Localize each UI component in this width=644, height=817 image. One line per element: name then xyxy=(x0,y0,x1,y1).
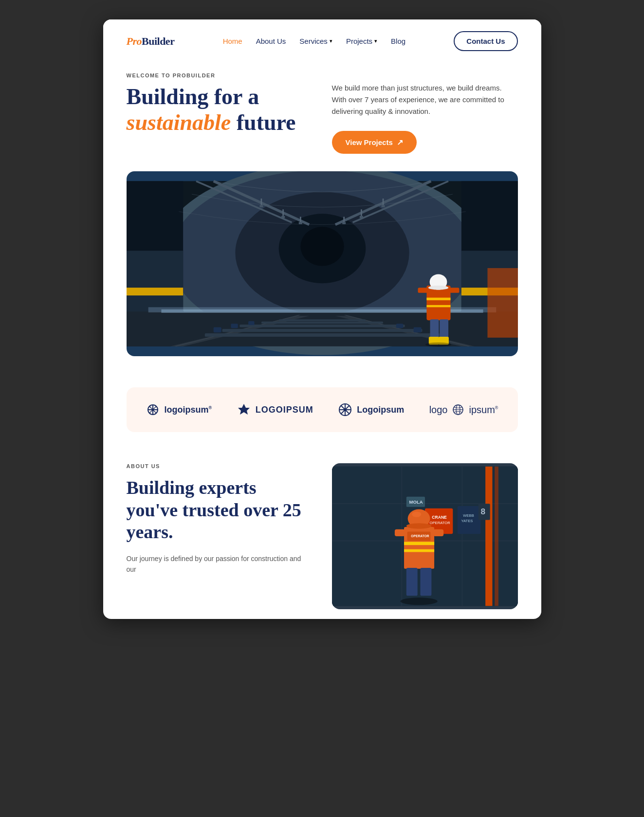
svg-text:OPERATOR: OPERATOR xyxy=(411,534,429,538)
svg-rect-49 xyxy=(440,319,448,339)
svg-rect-83 xyxy=(485,467,492,606)
view-projects-label: View Projects xyxy=(346,138,393,146)
nav-item-home[interactable]: Home xyxy=(223,37,242,46)
svg-rect-90 xyxy=(394,529,405,536)
svg-rect-29 xyxy=(204,333,439,337)
logo-3-text: Logoipsum xyxy=(357,405,404,415)
view-projects-button[interactable]: View Projects ↗ xyxy=(332,131,417,154)
about-left: ABOUT US Building experts you've trusted… xyxy=(127,463,313,575)
svg-rect-53 xyxy=(487,268,518,338)
svg-rect-97 xyxy=(420,568,431,596)
svg-rect-38 xyxy=(413,327,421,332)
svg-rect-43 xyxy=(426,305,450,307)
svg-rect-84 xyxy=(495,467,498,606)
logo-item-4: logo ipsum® xyxy=(429,404,498,416)
svg-rect-86 xyxy=(404,542,434,545)
svg-rect-44 xyxy=(418,288,427,293)
svg-rect-48 xyxy=(430,319,439,339)
nav-item-about[interactable]: About Us xyxy=(256,37,286,46)
svg-rect-17 xyxy=(381,205,385,207)
page-wrapper: ProBuilder Home About Us Services ▾ Proj… xyxy=(103,19,541,619)
svg-point-5 xyxy=(300,227,344,266)
svg-rect-42 xyxy=(426,298,450,300)
navbar: ProBuilder Home About Us Services ▾ Proj… xyxy=(103,19,541,63)
logos-strip: logoipsum® LOGOIPSUM Logoipsum logo xyxy=(127,387,518,432)
logo-item-1: logoipsum® xyxy=(146,403,212,417)
nav-link-home[interactable]: Home xyxy=(223,37,242,45)
contact-button[interactable]: Contact Us xyxy=(454,31,517,51)
logo-item-3: Logoipsum xyxy=(338,403,404,417)
about-title: Building experts you've trusted over 25 … xyxy=(127,477,313,544)
logo-4-word: logo xyxy=(429,404,448,416)
about-section: ABOUT US Building experts you've trusted… xyxy=(103,444,541,619)
nav-dropdown-projects[interactable]: Projects ▾ xyxy=(346,37,377,45)
nav-item-blog[interactable]: Blog xyxy=(391,37,405,46)
svg-rect-41 xyxy=(426,286,450,320)
hero-description: We build more than just structures, we b… xyxy=(332,82,518,117)
nav-link-services[interactable]: Services xyxy=(299,37,328,45)
svg-text:MOLA: MOLA xyxy=(409,499,423,505)
svg-point-94 xyxy=(406,523,431,528)
svg-rect-34 xyxy=(213,327,221,332)
svg-point-52 xyxy=(425,343,451,347)
about-image: CRANE OPERATOR WEBB YATES OPERATOR xyxy=(332,463,518,609)
svg-rect-45 xyxy=(449,288,459,293)
svg-rect-21 xyxy=(342,222,346,224)
svg-rect-31 xyxy=(239,325,405,327)
svg-marker-59 xyxy=(238,404,250,415)
logo-item-2: LOGOIPSUM xyxy=(237,403,313,417)
svg-text:CRANE: CRANE xyxy=(432,515,447,520)
svg-point-47 xyxy=(428,286,448,290)
nav-item-projects[interactable]: Projects ▾ xyxy=(346,37,377,45)
chevron-down-icon: ▾ xyxy=(374,38,377,44)
hero-right: We build more than just structures, we b… xyxy=(332,73,518,154)
svg-rect-15 xyxy=(298,222,302,224)
nav-dropdown-services[interactable]: Services ▾ xyxy=(299,37,332,45)
hero-title: Building for a sustainable future xyxy=(127,84,313,136)
hero-left: WELCOME TO PROBUILDER Building for a sus… xyxy=(127,73,313,136)
svg-text:OPERATOR: OPERATOR xyxy=(429,521,450,525)
svg-rect-19 xyxy=(359,216,363,218)
arrow-icon: ↗ xyxy=(397,138,403,147)
hero-title-line1: Building for a xyxy=(127,84,259,109)
logo-4-ipsum: ipsum® xyxy=(469,404,498,416)
logo-2-text: LOGOIPSUM xyxy=(256,405,313,415)
svg-rect-37 xyxy=(396,324,403,328)
nav-item-services[interactable]: Services ▾ xyxy=(299,37,332,45)
svg-text:8: 8 xyxy=(480,507,485,516)
site-logo[interactable]: ProBuilder xyxy=(127,35,175,48)
svg-point-98 xyxy=(400,598,437,605)
nav-link-blog[interactable]: Blog xyxy=(391,37,405,45)
hero-title-line2: future xyxy=(237,110,296,135)
globe-icon xyxy=(452,404,464,416)
svg-rect-96 xyxy=(406,568,417,596)
hero-section: WELCOME TO PROBUILDER Building for a sus… xyxy=(103,63,541,376)
svg-text:YATES: YATES xyxy=(461,519,473,523)
svg-rect-35 xyxy=(231,324,238,328)
chevron-down-icon: ▾ xyxy=(330,38,332,44)
nav-link-about[interactable]: About Us xyxy=(256,37,286,45)
welcome-label: WELCOME TO PROBUILDER xyxy=(127,73,313,78)
svg-rect-30 xyxy=(222,329,422,332)
tunnel-scene xyxy=(127,171,518,356)
svg-rect-91 xyxy=(433,529,443,536)
svg-rect-26 xyxy=(127,288,183,295)
svg-rect-11 xyxy=(259,205,263,207)
svg-point-95 xyxy=(412,511,421,517)
hero-title-italic: sustainable xyxy=(127,110,231,135)
svg-text:WEBB: WEBB xyxy=(463,513,474,518)
svg-rect-36 xyxy=(248,321,255,325)
nav-link-projects[interactable]: Projects xyxy=(346,37,372,45)
svg-rect-13 xyxy=(281,216,285,218)
hero-image xyxy=(127,171,518,356)
svg-rect-32 xyxy=(261,322,383,324)
svg-point-65 xyxy=(344,408,347,411)
hero-top: WELCOME TO PROBUILDER Building for a sus… xyxy=(127,73,518,154)
logo-builder: Builder xyxy=(142,35,174,48)
logo-1-text: logoipsum® xyxy=(165,405,212,415)
about-description: Our journey is defined by our passion fo… xyxy=(127,553,313,575)
about-label: ABOUT US xyxy=(127,463,313,469)
about-right: CRANE OPERATOR WEBB YATES OPERATOR xyxy=(332,463,518,609)
nav-links: Home About Us Services ▾ Projects ▾ Blog xyxy=(223,37,405,46)
logo-pro: Pro xyxy=(127,35,142,48)
